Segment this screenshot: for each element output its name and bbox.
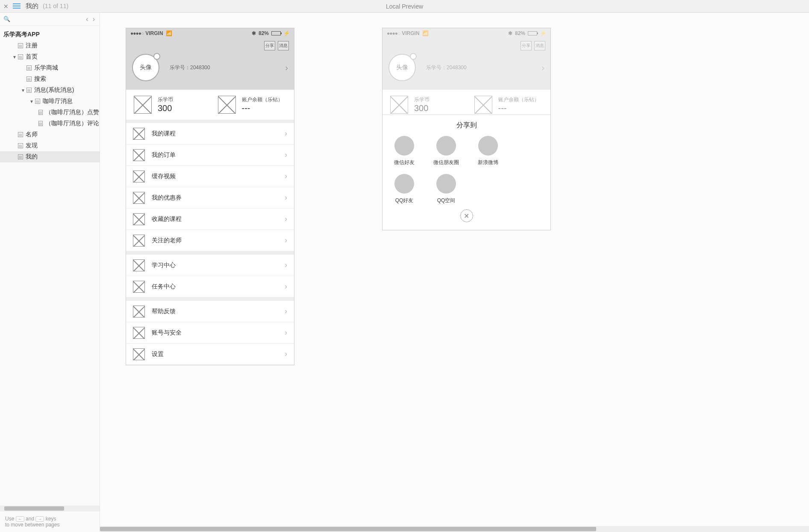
page-icon: ▤: [26, 76, 32, 82]
chevron-right-icon: ›: [285, 236, 287, 245]
tree-item[interactable]: ▼▤咖啡厅消息: [0, 96, 100, 107]
close-icon[interactable]: ✕: [3, 3, 9, 10]
menu-item[interactable]: 设置›: [126, 344, 294, 365]
tree-item[interactable]: ▤乐学商城: [0, 62, 100, 73]
menu-item[interactable]: 收藏的课程›: [126, 209, 294, 230]
menu-item[interactable]: 账号与安全›: [126, 322, 294, 344]
tree-item[interactable]: ▤我的: [0, 151, 100, 162]
menu-item-label: 我的课程: [152, 130, 285, 138]
messages-button[interactable]: 消息: [534, 41, 545, 50]
bluetooth-icon: ✱: [508, 30, 512, 36]
tree-item[interactable]: ▼▤首页: [0, 51, 100, 62]
tree-item[interactable]: ▤（咖啡厅消息）评论: [0, 118, 100, 129]
page-icon: ▤: [26, 65, 32, 71]
share-option[interactable]: QQ空间: [431, 174, 461, 204]
page-icon: ▤: [18, 132, 23, 137]
menu-item-label: 关注的老师: [152, 237, 285, 244]
coin-label: 乐学币: [158, 96, 173, 103]
tree-item[interactable]: ▤搜索: [0, 73, 100, 85]
menu-item[interactable]: 关注的老师›: [126, 230, 294, 251]
sidebar-search-row: 🔍 ‹ ›: [0, 13, 100, 26]
search-icon[interactable]: 🔍: [3, 16, 10, 22]
tree-expand-icon[interactable]: ▼: [12, 55, 17, 59]
battery-pct: 82%: [259, 30, 269, 36]
canvas-h-scroll[interactable]: [100, 526, 809, 532]
menu-item[interactable]: 学习中心›: [126, 255, 294, 276]
preview-canvas[interactable]: ●●●●○ VIRGIN 📶 ✱ 82% ⚡ 分享 消息: [100, 13, 809, 532]
tree-expand-icon[interactable]: ▼: [21, 88, 26, 93]
page-icon: ▤: [26, 88, 32, 93]
profile-row[interactable]: 头像 乐学号：2048300 ›: [132, 54, 288, 81]
menu-item[interactable]: 缓存视频›: [126, 166, 294, 187]
menu-item[interactable]: 任务中心›: [126, 276, 294, 297]
menu-item-label: 设置: [152, 350, 285, 358]
share-option[interactable]: QQ好友: [389, 174, 419, 204]
menu-item[interactable]: 我的优惠券›: [126, 187, 294, 209]
placeholder-icon: [133, 192, 145, 204]
sidebar: 🔍 ‹ › 乐学高考APP ▤注册▼▤首页▤乐学商城▤搜索▼▤消息(系统消息)▼…: [0, 13, 100, 532]
share-title: 分享到: [389, 121, 544, 130]
menu-item-label: 我的优惠券: [152, 194, 285, 202]
sidebar-h-scroll[interactable]: [0, 506, 100, 511]
share-option[interactable]: 新浪微博: [473, 136, 503, 166]
messages-button[interactable]: 消息: [278, 41, 289, 50]
share-grid: 微信好友微信朋友圈新浪微博QQ好友QQ空间: [389, 136, 544, 204]
tree-item[interactable]: ▤（咖啡厅消息）点赞: [0, 107, 100, 118]
next-page-arrow[interactable]: ›: [93, 15, 95, 23]
page-icon: ▤: [18, 54, 23, 59]
avatar-badge: [153, 53, 160, 60]
share-option-icon: [436, 174, 456, 194]
chevron-right-icon: ›: [285, 307, 287, 316]
uid-label: 乐学号：2048300: [170, 64, 210, 71]
share-option[interactable]: 微信好友: [389, 136, 419, 166]
sidebar-hint: Use ← and → keys to move between pages: [0, 511, 100, 532]
page-tree[interactable]: 乐学高考APP ▤注册▼▤首页▤乐学商城▤搜索▼▤消息(系统消息)▼▤咖啡厅消息…: [0, 26, 100, 506]
placeholder-icon: [134, 96, 152, 114]
coin-value: 300: [158, 103, 173, 113]
avatar[interactable]: 头像: [132, 54, 159, 81]
tree-item[interactable]: ▤名师: [0, 129, 100, 140]
balance-row: 乐学币 300 账户余额（乐钻） ---: [126, 90, 294, 123]
tree-item-label: 搜索: [34, 75, 46, 83]
share-option-label: 微信好友: [389, 159, 419, 166]
bluetooth-icon: ✱: [252, 30, 256, 36]
menu-item[interactable]: 我的课程›: [126, 123, 294, 144]
share-button[interactable]: 分享: [264, 41, 275, 50]
coin-cell[interactable]: 乐学币 300: [126, 96, 210, 114]
phone-mockup-main: ●●●●○ VIRGIN 📶 ✱ 82% ⚡ 分享 消息: [126, 28, 294, 365]
menu-item[interactable]: 帮助反馈›: [126, 301, 294, 322]
tree-item-label: 发现: [26, 142, 38, 150]
chevron-right-icon: ›: [285, 63, 288, 73]
profile-row[interactable]: 头像 乐学号：2048300 ›: [388, 54, 544, 81]
balance-value: ---: [242, 103, 283, 113]
top-bar: ✕ 我的 (11 of 11) Local Preview: [0, 0, 809, 13]
page-title: 我的 (11 of 11): [26, 2, 68, 10]
share-sheet: 分享到 微信好友微信朋友圈新浪微博QQ好友QQ空间 ✕: [382, 115, 550, 230]
tree-item[interactable]: ▼▤消息(系统消息): [0, 85, 100, 96]
share-close-button[interactable]: ✕: [460, 209, 473, 222]
placeholder-icon: [133, 213, 145, 225]
tree-item-label: 我的: [26, 153, 38, 161]
tree-expand-icon[interactable]: ▼: [29, 99, 34, 104]
balance-label: 账户余额（乐钻）: [242, 96, 283, 103]
status-bar: ●●●●○ VIRGIN 📶 ✱ 82% ⚡: [382, 28, 550, 38]
prev-page-arrow[interactable]: ‹: [86, 15, 88, 23]
profile-header: 分享 消息 头像 乐学号：2048300 ›: [382, 38, 550, 90]
share-button[interactable]: 分享: [521, 41, 532, 50]
signal-dots-icon: ●●●●○: [130, 30, 144, 36]
share-option-label: QQ好友: [389, 197, 419, 204]
chevron-right-icon: ›: [541, 63, 544, 73]
balance-cell[interactable]: 账户余额（乐钻） ---: [210, 96, 294, 114]
page-icon: ▤: [18, 154, 23, 159]
signal-dots-icon: ●●●●○: [387, 30, 400, 36]
share-option[interactable]: 微信朋友圈: [431, 136, 461, 166]
tree-item[interactable]: ▤发现: [0, 140, 100, 151]
hamburger-icon[interactable]: [13, 3, 21, 9]
tree-item-label: 首页: [26, 53, 38, 61]
chevron-right-icon: ›: [285, 328, 287, 337]
menu-item[interactable]: 我的订单›: [126, 144, 294, 166]
menu-item-label: 任务中心: [152, 283, 285, 291]
tree-root[interactable]: 乐学高考APP: [0, 29, 100, 40]
share-option-label: QQ空间: [431, 197, 461, 204]
tree-item[interactable]: ▤注册: [0, 40, 100, 51]
